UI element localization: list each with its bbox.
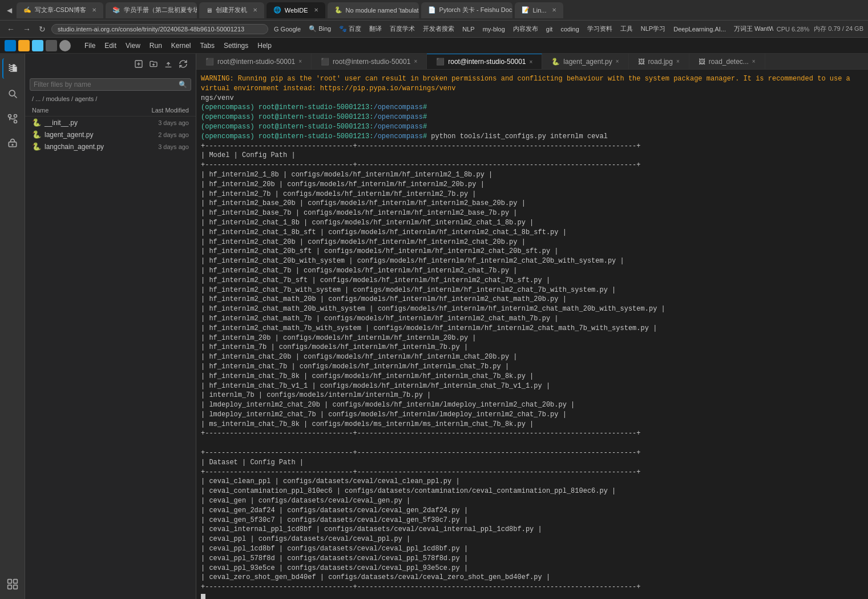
- activity-search[interactable]: [2, 83, 23, 104]
- bookmark-bing[interactable]: 🔍 Bing: [306, 24, 333, 34]
- terminal-tab-2-close[interactable]: ×: [414, 58, 417, 65]
- refresh-button[interactable]: ↻: [37, 23, 48, 35]
- tab-lin[interactable]: 📝 Lin... ✕: [515, 2, 564, 18]
- svg-rect-9: [13, 585, 17, 589]
- bookmark-content[interactable]: 内容发布: [511, 23, 540, 34]
- menu-edit[interactable]: Edit: [100, 39, 121, 52]
- terminal-tab-2[interactable]: ⬛ root@intern-studio-50001 ×: [312, 54, 427, 69]
- upload-button[interactable]: [163, 58, 174, 71]
- refresh-files-button[interactable]: [177, 58, 189, 71]
- file-item-init[interactable]: 🐍 __init__.py 3 days ago: [25, 116, 196, 128]
- editor-tab-lagent-close[interactable]: ×: [616, 58, 619, 65]
- bookmark-dev-search[interactable]: 开发者搜索: [421, 23, 457, 34]
- new-folder-button[interactable]: [148, 58, 159, 71]
- address-bar[interactable]: studio.intern-ai.org.cn/console/trinity/…: [51, 24, 268, 34]
- file-item-langchain[interactable]: 🐍 langchain_agent.py 3 days ago: [25, 140, 196, 152]
- dataset-table-separator-top: +------------------------------------+--…: [201, 448, 863, 458]
- bookmark-tools[interactable]: 工具: [618, 23, 635, 34]
- terminal-tab-3-close[interactable]: ×: [529, 59, 532, 65]
- menu-help[interactable]: Help: [253, 39, 276, 52]
- activity-git[interactable]: [2, 108, 23, 129]
- model-table-row: | hf_internlm2_base_7b | configs/models/…: [201, 208, 863, 218]
- file-date-langchain: 3 days ago: [158, 143, 189, 150]
- bookmark-translate[interactable]: 翻译: [367, 23, 384, 34]
- model-table-row: | hf_internlm_7b | configs/models/hf_int…: [201, 343, 863, 352]
- menu-file[interactable]: File: [80, 39, 100, 52]
- tab-handbook[interactable]: 📚 学员手册（第二批初夏专场）- ✕: [106, 2, 197, 18]
- terminal-tab-1-label: root@intern-studio-50001: [217, 58, 295, 66]
- back-button[interactable]: ←: [5, 23, 17, 35]
- tab-nomodule[interactable]: 🐍 No module named 'tabulate' ✕: [328, 2, 419, 18]
- bookmark-myblog[interactable]: my-blog: [481, 25, 507, 34]
- main-layout: 🔍 / ... / modules / agents / Name Last M…: [0, 54, 868, 599]
- editor-tab-lagent[interactable]: 🐍 lagent_agent.py ×: [542, 54, 628, 69]
- menu-settings[interactable]: Settings: [219, 39, 253, 52]
- tab-feishu[interactable]: 📄 Pytorch 关卡 - Feishu Docs ✕: [421, 2, 512, 18]
- tab-create-devmachine[interactable]: 🖥 创建开发机 ✕: [199, 2, 264, 18]
- bookmark-learning[interactable]: 学习资料: [585, 23, 615, 34]
- tab-csdn-label: 写文章-CSDN博客: [35, 6, 86, 14]
- tab-webide-favicon: 🌐: [273, 6, 281, 14]
- editor-tab-road[interactable]: 🖼 road.jpg ×: [629, 54, 689, 69]
- model-table-row: | hf_internlm2_chat_7b_sft | configs/mod…: [201, 276, 863, 286]
- file-item-lagent[interactable]: 🐍 lagent_agent.py 2 days ago: [25, 128, 196, 140]
- menu-view[interactable]: View: [121, 39, 145, 52]
- new-file-button[interactable]: [133, 58, 144, 71]
- menu-tabs[interactable]: Tabs: [196, 39, 219, 52]
- editor-tab-road-detec-close[interactable]: ×: [752, 58, 756, 65]
- dataset-table-row: | ceval_gen_5f30c7 | configs/datasets/ce…: [201, 516, 863, 525]
- model-table-row: | lmdeploy_internlm2_chat_7b | configs/m…: [201, 410, 863, 420]
- terminal-tab-3-icon: ⬛: [436, 58, 445, 66]
- dataset-table-row: | ceval_ppl_578f8d | configs/datasets/ce…: [201, 554, 863, 564]
- app-icon-blue2: [32, 40, 43, 51]
- editor-tab-road-close[interactable]: ×: [676, 58, 680, 65]
- activity-explorer[interactable]: [2, 58, 23, 79]
- prompt-4-path: /opencompass: [373, 132, 422, 140]
- tab-csdn-favicon: ✍: [23, 6, 31, 14]
- command-text: python tools/list_configs.py internlm ce…: [427, 132, 608, 140]
- modified-column-header: Last Modified: [152, 107, 189, 114]
- activity-extensions[interactable]: [2, 574, 23, 594]
- tab-create-close[interactable]: ✕: [253, 7, 257, 13]
- tab-create-label: 创建开发机: [216, 6, 247, 14]
- dataset-table-row: | ceval_ppl | configs/datasets/ceval/cev…: [201, 534, 863, 544]
- tab-csdn-close[interactable]: ✕: [92, 7, 96, 13]
- tab-webide[interactable]: 🌐 WebIDE ✕: [267, 2, 325, 18]
- forward-button[interactable]: →: [21, 23, 33, 35]
- editor-tab-road-detec-icon: 🖼: [699, 58, 705, 66]
- tab-csdn[interactable]: ✍ 写文章-CSDN博客 ✕: [17, 2, 103, 18]
- tab-lin-close[interactable]: ✕: [552, 7, 556, 13]
- terminal-tab-2-icon: ⬛: [321, 58, 329, 66]
- bookmark-nlp-learn[interactable]: NLP学习: [639, 23, 668, 34]
- menu-kernel[interactable]: Kernel: [167, 39, 196, 52]
- bookmark-google[interactable]: G Google: [272, 25, 303, 34]
- terminal-tab-2-label: root@intern-studio-50001: [333, 58, 410, 66]
- terminal-tab-3[interactable]: ⬛ root@intern-studio-50001 ×: [427, 54, 542, 69]
- tab-webide-close[interactable]: ✕: [314, 7, 318, 13]
- model-table-row: | hf_internlm2_chat_20b_with_system | co…: [201, 256, 863, 266]
- bookmark-baidu[interactable]: 🐾 百度: [337, 23, 364, 34]
- sidebar-action-buttons: [32, 58, 189, 71]
- terminal-tab-1-close[interactable]: ×: [298, 58, 302, 65]
- model-table-row: | hf_internlm2_chat_20b_sft | configs/mo…: [201, 247, 863, 256]
- file-date-lagent: 2 days ago: [158, 131, 189, 138]
- cpu-status: CPU 6.28%: [777, 26, 809, 33]
- editor-tab-road-detec[interactable]: 🖼 road_detec... ×: [689, 54, 765, 69]
- tab-handbook-favicon: 📚: [112, 6, 120, 14]
- app-icon-circle: [59, 40, 71, 51]
- file-search-box[interactable]: 🔍: [30, 78, 191, 91]
- terminal-content[interactable]: WARNING: Running pip as the 'root' user …: [196, 70, 868, 599]
- bookmark-wantwords[interactable]: 万词王 WantWords: [732, 23, 773, 34]
- activity-debug[interactable]: [2, 134, 23, 154]
- terminal-tab-1[interactable]: ⬛ root@intern-studio-50001 ×: [196, 54, 312, 69]
- file-search-input[interactable]: [34, 81, 179, 89]
- bookmark-nlp[interactable]: NLP: [460, 25, 477, 34]
- prompt-4: (opencompass) root@intern-studio-5000121…: [201, 132, 863, 142]
- bookmark-git[interactable]: git: [544, 25, 555, 34]
- bookmark-coding[interactable]: coding: [558, 25, 581, 34]
- svg-rect-7: [13, 580, 17, 584]
- bookmark-deeplearning[interactable]: DeepLearning.AI...: [671, 25, 728, 34]
- menu-run[interactable]: Run: [145, 39, 167, 52]
- bookmark-baidu-xue[interactable]: 百度学术: [387, 23, 417, 34]
- browser-back[interactable]: ◀: [5, 5, 14, 15]
